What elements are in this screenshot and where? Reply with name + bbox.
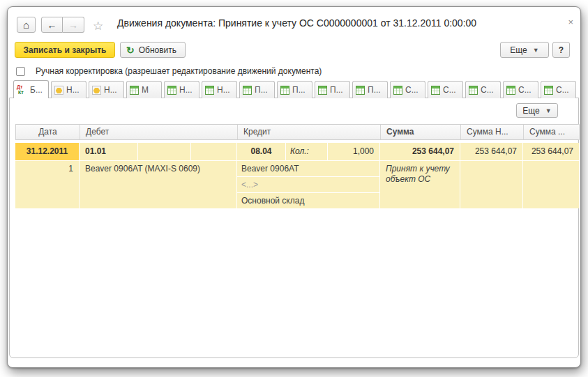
column-header-sum-extra: Сумма ... — [524, 125, 580, 139]
cell-credit-details: Beaver 0906AT <...> Основной склад — [237, 160, 380, 208]
more-button-panel[interactable]: Еще ▼ — [516, 103, 558, 118]
close-icon[interactable]: × — [568, 17, 573, 26]
cell-credit-account[interactable]: 08.04 — [237, 143, 286, 160]
favorite-star-icon[interactable]: ☆ — [93, 19, 103, 33]
cell-sum-nu[interactable]: 253 644,07 — [460, 143, 523, 160]
help-button[interactable]: ? — [552, 42, 570, 58]
toolbar: Записать и закрыть ↻ Обновить Еще ▼ ? — [8, 42, 580, 59]
window-title: Движения документа: Принятие к учету ОС … — [117, 7, 476, 38]
column-header-sum: Сумма — [381, 125, 461, 139]
column-header-debit: Дебет — [80, 125, 238, 139]
titlebar: ⌂ ← → ☆ Движения документа: Принятие к у… — [8, 7, 580, 38]
tab-register-13[interactable]: С... — [465, 81, 501, 98]
tab-register-3[interactable]: Н... — [89, 81, 124, 98]
tab-register-6[interactable]: Н... — [202, 81, 237, 98]
tab-register-5[interactable]: Н... — [164, 81, 199, 98]
tab-register-7[interactable]: П... — [239, 81, 275, 98]
cell-qty[interactable]: 1,000 — [328, 143, 380, 160]
cell-line-number[interactable]: 1 — [15, 160, 80, 208]
cell-qty-label: Кол.: — [286, 143, 328, 160]
tab-register-4[interactable]: М — [126, 81, 162, 98]
cell-sum-extra[interactable]: 253 644,07 — [523, 143, 580, 160]
tab-register-14[interactable]: С... — [503, 81, 538, 98]
document-movements-window: ⌂ ← → ☆ Движения документа: Принятие к у… — [7, 6, 581, 368]
table-register-icon — [318, 86, 327, 95]
more-button-toolbar[interactable]: Еще ▼ — [500, 42, 549, 58]
table-register-icon — [243, 86, 252, 95]
register-content-panel: Еще ▼ Дата Дебет Кредит Сумма Сумма Н...… — [9, 98, 579, 358]
refresh-icon: ↻ — [126, 45, 135, 56]
table-row: 31.12.2011 01.01 08.04 Кол.: 1,000 253 6… — [15, 143, 580, 160]
cell-empty[interactable] — [460, 160, 523, 208]
cell-empty[interactable] — [138, 143, 191, 160]
manual-adjustment-label: Ручная корректировка (разрешает редактир… — [36, 66, 322, 76]
history-nav-group: ← → — [41, 17, 84, 33]
movements-table: Дата Дебет Кредит Сумма Сумма Н... Сумма… — [15, 124, 580, 208]
tab-register-2[interactable]: Н... — [51, 81, 86, 98]
manual-adjustment-checkbox[interactable] — [16, 67, 25, 76]
cell-date[interactable]: 31.12.2011 — [15, 143, 80, 160]
chevron-down-icon: ▼ — [533, 47, 539, 54]
column-header-credit: Кредит — [238, 125, 381, 139]
cell-operation-comment[interactable]: Принят к учету объект ОС — [380, 160, 460, 208]
register-tabs: ДтКт Б... Н... Н... М Н... Н... П... — [13, 81, 576, 98]
table-register-icon — [469, 86, 478, 95]
table-header-row: Дата Дебет Кредит Сумма Сумма Н... Сумма… — [15, 124, 580, 140]
tab-register-9[interactable]: П... — [315, 81, 350, 98]
journal-icon — [54, 86, 63, 95]
tab-register-11[interactable]: С... — [390, 81, 425, 98]
back-button[interactable]: ← — [41, 17, 63, 33]
tab-register-12[interactable]: С... — [428, 81, 463, 98]
forward-button[interactable]: → — [63, 17, 84, 33]
refresh-button[interactable]: ↻ Обновить — [120, 42, 186, 58]
home-button[interactable]: ⌂ — [17, 17, 36, 33]
table-register-icon — [356, 86, 365, 95]
column-header-sum-nu: Сумма Н... — [461, 125, 524, 139]
table-register-icon — [393, 86, 402, 95]
forward-icon: → — [68, 20, 78, 31]
chevron-down-icon: ▼ — [545, 107, 552, 114]
cell-debit-detail[interactable]: Beaver 0906AT (MAXI-S 0609) — [80, 160, 237, 208]
debit-credit-icon: ДтКт — [17, 84, 27, 95]
table-row: 1 Beaver 0906AT (MAXI-S 0609) Beaver 090… — [15, 160, 580, 208]
column-header-date: Дата — [16, 125, 80, 139]
table-register-icon — [431, 86, 440, 95]
table-register-icon — [130, 86, 139, 95]
table-register-icon — [205, 86, 214, 95]
cell-credit-asset[interactable]: Beaver 0906AT — [237, 161, 379, 177]
save-and-close-button[interactable]: Записать и закрыть — [15, 42, 115, 58]
tab-register-15[interactable]: С... — [541, 81, 576, 98]
cell-debit-account[interactable]: 01.01 — [80, 143, 138, 160]
back-icon: ← — [47, 20, 57, 31]
cell-empty[interactable] — [191, 143, 237, 160]
journal-icon — [92, 86, 101, 95]
cell-credit-empty-dimension[interactable]: <...> — [237, 177, 379, 193]
table-register-icon — [280, 86, 289, 95]
cell-sum[interactable]: 253 644,07 — [380, 143, 460, 160]
table-register-icon — [544, 86, 553, 95]
tab-register-8[interactable]: П... — [277, 81, 312, 98]
home-icon: ⌂ — [23, 19, 29, 31]
table-register-icon — [506, 86, 515, 95]
cell-credit-warehouse[interactable]: Основной склад — [237, 193, 379, 208]
tab-register-10[interactable]: П... — [352, 81, 388, 98]
cell-empty[interactable] — [523, 160, 580, 208]
tab-register-accounting[interactable]: ДтКт Б... — [13, 80, 49, 98]
manual-adjustment-row: Ручная корректировка (разрешает редактир… — [16, 66, 322, 77]
table-register-icon — [167, 86, 176, 95]
